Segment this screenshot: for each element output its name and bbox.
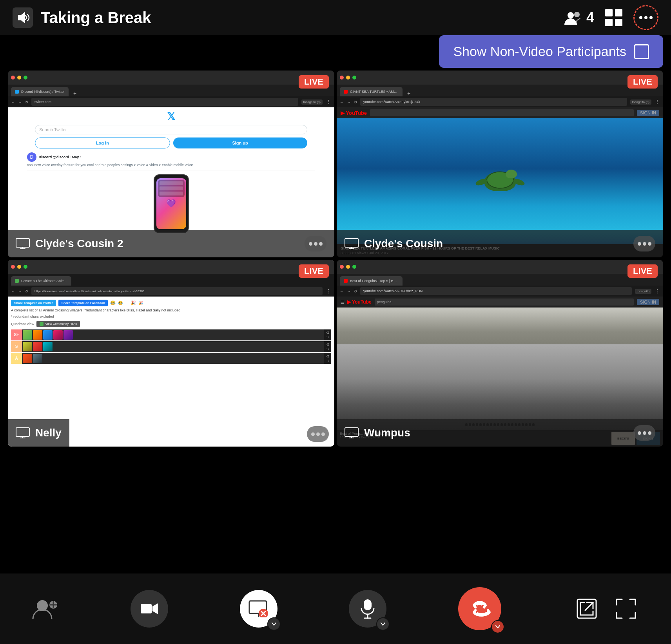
grid-view-icon[interactable] [604,7,624,28]
svg-rect-13 [345,428,358,436]
more-btn-nelly[interactable] [307,426,329,442]
cell-clyde-cousin-2: Discord (@discord) / Twitter + ← → ↻ twi… [8,71,334,257]
non-video-participants-panel: Show Non-Video Participants [439,35,663,68]
youtube-logo-wumpus: ▶ YouTube [347,299,372,305]
tier-s-plus: S+ [11,329,22,340]
end-call-group [458,587,501,630]
fullscreen-button[interactable] [612,595,640,622]
svg-rect-11 [345,239,358,247]
twitter-signup-btn[interactable]: Sign up [232,141,248,145]
more-btn-wumpus[interactable] [633,425,655,441]
screen-preview-nelly: Create a The Ultimate Anim... ← → ↻ http… [8,260,334,447]
turtle-url: youtube.com/watch?v=eFyk61jGb4k [360,98,627,106]
discord-avatar: D [27,152,36,162]
youtube-logo-turtle: ▶ YouTube [341,110,367,116]
page-title: Taking a Break [41,9,151,27]
screen-share-chevron[interactable] [267,617,281,631]
live-badge-wumpus: LIVE [627,264,658,278]
cell-nelly: Create a The Ultimate Anim... ← → ↻ http… [8,260,334,447]
share-twitter-btn[interactable]: Share Template on Twitter [11,300,56,306]
wumpus-tab-title: Best of Penguins | Top 5 | BBC E... [350,279,399,283]
twitter-logo-icon: 𝕏 [167,110,175,123]
top-bar-left: Taking a Break [13,7,151,28]
cell-name-wumpus: Wumpus [345,427,410,439]
monitor-icon-cc2 [16,238,30,249]
cell-clyde-cousin: GIANT SEA TURTLES • AMAZIN... + ← → ↻ yo… [337,71,663,257]
cell-label-cc: Clyde's Cousin [337,230,663,257]
right-icons [573,595,640,622]
live-badge-nelly: LIVE [299,264,329,278]
live-badge-cc: LIVE [627,75,658,89]
monitor-icon-cc [345,238,359,249]
svg-rect-18 [141,604,152,613]
phone-mockup: 💜 [154,174,189,233]
control-bar [0,573,671,644]
non-video-label: Show Non-Video Participants [453,44,626,59]
monitor-icon-wumpus [345,427,359,438]
svg-rect-3 [605,9,613,16]
score-2: 🎉 36 [138,301,149,305]
svg-rect-5 [605,19,613,26]
speaker-icon [13,7,33,28]
share-facebook-btn[interactable]: Share Template on Facebook [58,300,108,306]
external-link-button[interactable] [573,595,600,622]
non-video-checkbox[interactable] [634,44,649,59]
participant-name-nelly: Nelly [35,427,62,439]
cell-label-cc2: Clyde's Cousin 2 [8,230,334,257]
turtle-illustration [471,162,530,201]
end-call-chevron[interactable] [491,620,504,633]
nelly-sub: * redundant chars excluded [11,315,331,318]
tier-gear-3: ⚙↑↓ [324,353,331,364]
svg-point-7 [639,16,642,19]
tier-a: A [11,353,22,364]
cc2-tab-title: Discord (@discord) / Twitter [21,90,65,94]
svg-rect-10 [16,239,29,247]
score-1: 😂 22 [118,301,128,305]
tweet-text: cool new voice overlay feature for you c… [27,163,315,168]
mic-chevron[interactable] [376,617,390,631]
svg-rect-4 [615,9,622,16]
cell-label-wumpus: Wumpus [337,419,663,447]
nelly-url: https://tiermaker.com/create/the-ultimat… [31,287,323,295]
svg-rect-12 [16,428,29,436]
more-btn-cc2[interactable] [305,236,326,251]
cell-wumpus: Best of Penguins | Top 5 | BBC E... ← → … [337,260,663,447]
more-btn-cc[interactable] [633,236,655,251]
community-rank-btn[interactable]: View Community Rank [36,321,80,327]
screen-preview-wumpus: Best of Penguins | Top 5 | BBC E... ← → … [337,260,663,447]
cell-name-cc2: Clyde's Cousin 2 [16,237,123,250]
screen-share-group [240,590,277,628]
svg-point-1 [568,12,574,18]
tier-gear-1: ⚙↑↓ [324,329,331,340]
participant-number: 4 [586,9,594,26]
participant-name-wumpus: Wumpus [364,427,410,439]
monitor-icon-nelly [16,427,30,438]
tier-gear-2: ⚙↑↓ [324,341,331,352]
turtle-tab-title: GIANT SEA TURTLES • AMAZIN... [350,90,399,94]
video-grid: Discord (@discord) / Twitter + ← → ↻ twi… [0,59,671,458]
cc2-url: twitter.com [31,98,298,106]
quadrant-view-label: Quadrant View [11,322,34,326]
tweet-user: Discord @discord · May 1 [39,155,82,159]
penguin-colony [337,344,663,430]
more-options-button[interactable] [633,5,658,30]
twitter-login-btn[interactable]: Log in [96,141,109,145]
svg-rect-6 [615,19,622,26]
cell-name-cc: Clyde's Cousin [345,237,443,250]
top-bar-right: 4 [564,5,658,30]
screen-preview-turtle: GIANT SEA TURTLES • AMAZIN... + ← → ↻ yo… [337,71,663,257]
participant-name-cc2: Clyde's Cousin 2 [35,237,123,250]
add-person-button[interactable] [31,597,59,620]
participant-name-cc: Clyde's Cousin [364,237,443,250]
mic-group [349,590,386,628]
video-button[interactable] [131,590,168,628]
wumpus-url: youtube.com/watch?v=OF0wBz_RUN [360,287,632,295]
top-bar: Taking a Break 4 [0,0,671,35]
cell-label-nelly: Nelly [8,419,69,447]
svg-point-9 [649,16,653,19]
twitter-search-placeholder: Search Twitter [39,127,67,132]
screen-preview-cc2: Discord (@discord) / Twitter + ← → ↻ twi… [8,71,334,257]
heart-icon: 💜 [158,199,185,208]
tier-s: S [11,341,22,352]
wumpus-search: penguins [377,300,392,304]
